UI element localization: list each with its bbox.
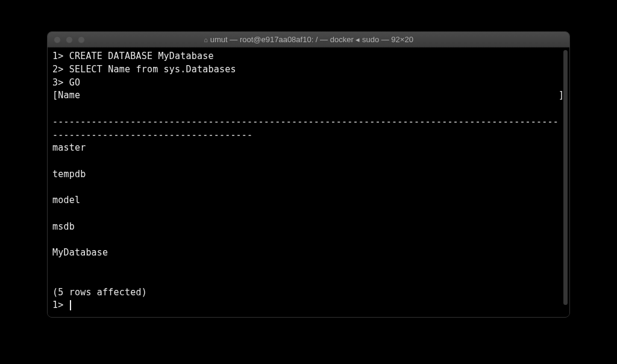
terminal-line: [Name ]: [52, 90, 564, 101]
home-icon: ⌂: [204, 36, 208, 43]
scrollbar[interactable]: [563, 50, 568, 305]
terminal-line: 2> SELECT Name from sys.Databases: [52, 64, 236, 75]
terminal-line: 3> GO: [52, 77, 80, 88]
terminal-line: (5 rows affected): [52, 287, 147, 298]
terminal-line: 1> CREATE DATABASE MyDatabase: [52, 51, 214, 61]
terminal-line: msdb: [52, 221, 75, 232]
terminal-line: MyDatabase: [52, 247, 108, 258]
terminal-line: ----------------------------------------…: [52, 116, 559, 127]
cursor-icon: [70, 300, 71, 310]
terminal-line: master: [52, 142, 86, 153]
terminal-line: tempdb: [52, 169, 86, 180]
terminal-content[interactable]: 1> CREATE DATABASE MyDatabase 2> SELECT …: [52, 50, 565, 312]
traffic-lights: [54, 36, 85, 43]
minimize-button[interactable]: [66, 36, 73, 43]
terminal-body[interactable]: 1> CREATE DATABASE MyDatabase 2> SELECT …: [48, 48, 569, 317]
close-button[interactable]: [54, 36, 61, 43]
terminal-prompt: 1>: [52, 300, 69, 310]
terminal-line: model: [52, 195, 80, 206]
window-title: ⌂ umut — root@e917aa08af10: / — docker ◂…: [48, 35, 569, 44]
window-title-text: umut — root@e917aa08af10: / — docker ◂ s…: [210, 35, 413, 44]
terminal-line: ------------------------------------: [52, 130, 252, 140]
maximize-button[interactable]: [78, 36, 85, 43]
terminal-window: ⌂ umut — root@e917aa08af10: / — docker ◂…: [47, 31, 570, 318]
window-titlebar[interactable]: ⌂ umut — root@e917aa08af10: / — docker ◂…: [48, 32, 569, 48]
